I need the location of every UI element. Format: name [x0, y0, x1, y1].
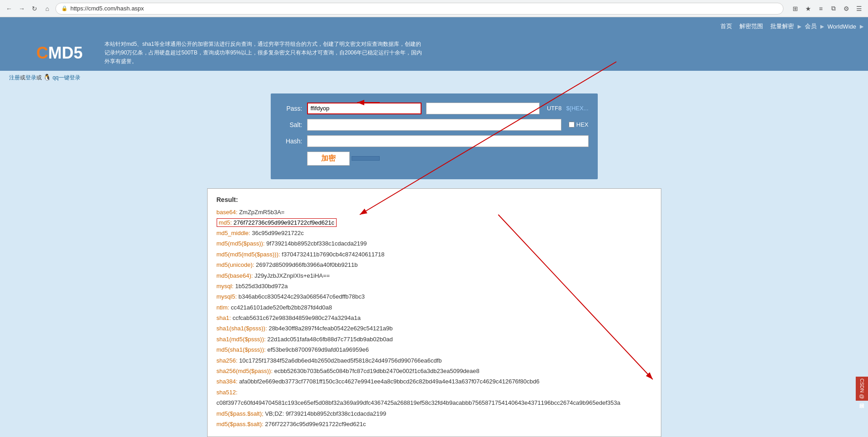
refresh-button[interactable]: ↻ — [30, 4, 39, 13]
site-description: 本站针对md5、sha1等全球通用公开的加密算法进行反向查询，通过穷举字符组合的… — [104, 40, 422, 66]
value-md5-md5-md5pass: f3704732411b7690cb4c874240611718 — [282, 251, 384, 258]
nav-decrypt-range[interactable]: 解密范围 — [736, 22, 767, 30]
value-sha384: afa0bbf2e669edb3773cf77081ff150c3cc4627e… — [239, 378, 539, 385]
extensions-icon[interactable]: ⊞ — [791, 4, 800, 13]
result-md5-md5-md5pass: md5(md5(md5($pass))): f3704732411b7690cb… — [217, 249, 652, 260]
hash-input[interactable] — [307, 135, 589, 147]
label-sha1: sha1: — [217, 314, 231, 321]
label-md5-pass-salt: md5($pass.$salt); — [217, 410, 263, 417]
label-md5-pass-salt-2: md5($pass.$salt): — [217, 421, 263, 427]
utf8-label: UTF8 — [547, 105, 562, 112]
menu-icon[interactable]: ☰ — [854, 4, 863, 13]
result-title: Result: — [217, 196, 652, 203]
result-sha1: sha1: ccfcab5631c672e9838d4859e980c274a3… — [217, 313, 652, 323]
value-mysql: 1b525d3d30bd972a — [235, 283, 288, 290]
nav-home[interactable]: 首页 — [717, 22, 736, 30]
label-md5-sha1-psss: md5(sha1($psss)): — [217, 346, 266, 353]
value-md5: 276f722736c95d99e921722cf9ed621c — [233, 219, 334, 226]
home-button[interactable]: ⌂ — [43, 4, 52, 13]
salt-row: Salt: HEX — [280, 119, 589, 131]
result-mysql: mysql: 1b525d3d30bd972a — [217, 281, 652, 291]
logo-c: C — [36, 44, 48, 62]
value-md5-md5pass: 9f739214bb8952cbf338c1cdacda2199 — [266, 240, 367, 247]
value-md5-pass-salt-2: 276f722736c95d99e921722cf9ed621c — [265, 421, 366, 427]
value-sha256: 10c1725f17384f52a6db6ed4b2650d2baed5f581… — [239, 357, 441, 364]
address-bar[interactable]: 🔒 https://cmd5.com/hash.aspx — [55, 3, 784, 15]
hash-label: Hash: — [280, 137, 303, 145]
qq-login-link[interactable]: qq一键登录 — [53, 74, 80, 81]
button-row: 加密 — [280, 152, 589, 166]
label-sha384: sha384: — [217, 378, 238, 385]
pass-input[interactable] — [307, 103, 422, 114]
site-header: CMD5 本站针对md5、sha1等全球通用公开的加密算法进行反向查询，通过穷举… — [0, 35, 868, 71]
result-sha1-sha1-psss: sha1(sha1($psss)): 28b4e30ff8a2897f4cfea… — [217, 323, 652, 334]
value-sha512: c08f3977c60fd494704581c193ce65ef5d08bf32… — [217, 399, 620, 406]
label-md5-middle: md5_middle: — [217, 230, 250, 236]
label-md5-base64: md5(base64): — [217, 272, 253, 279]
encrypt-button-2[interactable] — [352, 156, 380, 161]
result-panel: Result: base64: ZmZpZmR5b3A= md5: 276f72… — [207, 188, 661, 437]
result-md5-md5pass: md5(md5($pass)): 9f739214bb8952cbf338c1c… — [217, 238, 652, 249]
bookmark-icon[interactable]: ★ — [804, 4, 813, 13]
back-button[interactable]: ← — [5, 4, 14, 13]
result-md5-middle: md5_middle: 36c95d99e921722c — [217, 228, 652, 238]
salt-label: Salt: — [280, 121, 303, 128]
label-sha512: sha512: — [217, 389, 238, 396]
result-md5-pass-salt: md5($pass.$salt); VB;DZ: 9f739214bb8952c… — [217, 408, 652, 419]
worldwide-arrow: ▶ — [860, 24, 863, 29]
result-sha256: sha256: 10c1725f17384f52a6db6ed4b2650d2b… — [217, 355, 652, 366]
result-ntlm: ntlm: cc421a6101ade520efb2bb287fd4d0a8 — [217, 302, 652, 313]
tab-icon[interactable]: ⧉ — [829, 4, 838, 13]
register-link[interactable]: 注册 — [9, 74, 20, 81]
login-link[interactable]: 登录 — [25, 74, 36, 81]
main-content: Pass: UTF8 ${HEX... Salt: HEX Hash: 加密 — [0, 84, 868, 437]
reading-list-icon[interactable]: ≡ — [816, 4, 825, 13]
hex-checkbox[interactable] — [569, 122, 575, 128]
label-ntlm: ntlm: — [217, 304, 229, 311]
qq-icon: 🐧 — [43, 74, 51, 81]
encrypt-button[interactable]: 加密 — [307, 152, 350, 166]
result-base64: base64: ZmZpZmR5b3A= — [217, 207, 652, 217]
label-sha256: sha256: — [217, 357, 238, 364]
hex-link[interactable]: ${HEX... — [566, 105, 588, 112]
salt-input[interactable] — [307, 119, 561, 131]
browser-chrome: ← → ↻ ⌂ 🔒 https://cmd5.com/hash.aspx ⊞ ★… — [0, 0, 868, 17]
form-panel: Pass: UTF8 ${HEX... Salt: HEX Hash: 加密 — [271, 93, 598, 179]
nav-worldwide[interactable]: WorldWide — [824, 23, 860, 30]
result-sha384: sha384: afa0bbf2e669edb3773cf77081ff150c… — [217, 376, 652, 387]
browser-toolbar: ⊞ ★ ≡ ⧉ ⚙ ☰ — [791, 4, 863, 13]
settings-icon[interactable]: ⚙ — [842, 4, 851, 13]
pass-row: Pass: UTF8 ${HEX... — [280, 103, 589, 114]
label-md5-md5-md5pass: md5(md5(md5($pass))): — [217, 251, 280, 258]
label-md5-md5pass: md5(md5($pass)): — [217, 240, 265, 247]
value-ntlm: cc421a6101ade520efb2bb287fd4d0a8 — [231, 304, 332, 311]
value-base64: ZmZpZmR5b3A= — [239, 209, 284, 216]
value-md5-sha1-psss: ef53be9cb87009769d9afd01a96959e6 — [268, 346, 369, 353]
hex-option: HEX — [569, 121, 589, 128]
hash-row: Hash: — [280, 135, 589, 147]
nav-batch-decrypt[interactable]: 批量解密 — [767, 22, 798, 30]
forward-button[interactable]: → — [17, 4, 26, 13]
nav-member[interactable]: 会员 — [801, 22, 820, 30]
hex-label: HEX — [576, 121, 589, 128]
value-sha1: ccfcab5631c672e9838d4859e980c274a3294a1a — [233, 314, 361, 321]
lock-icon: 🔒 — [61, 5, 68, 11]
result-sha512-value: c08f3977c60fd494704581c193ce65ef5d08bf32… — [217, 398, 652, 408]
member-arrow: ▶ — [820, 24, 824, 29]
label-mysql5: mysql5: — [217, 293, 237, 300]
result-md5-base64: md5(base64): J29yJzbJXZnpIXIs+e1iHA== — [217, 270, 652, 281]
login-bar: 注册或登录或 🐧 qq一键登录 — [0, 71, 868, 84]
csdn-badge[interactable]: CSDN @山川绿水 — [856, 377, 868, 401]
result-md5-pass-salt-2: md5($pass.$salt): 276f722736c95d99e92172… — [217, 419, 652, 429]
site-logo: CMD5 — [36, 44, 95, 63]
pass-input-extra[interactable] — [426, 103, 540, 114]
value-sha1-sha1-psss: 28b4e30ff8a2897f4cfeab05422e629c54121a9b — [268, 325, 392, 332]
value-md5-middle: 36c95d99e921722c — [252, 230, 304, 236]
label-sha256-md5-pass: sha256(md5($pass)): — [217, 368, 273, 374]
label-md5: md5: — [219, 219, 232, 226]
batch-arrow: ▶ — [798, 24, 801, 29]
value-mysql5: b346ab6cc8305424c293a0685647c6edffb78bc3 — [238, 293, 365, 300]
result-sha256-md5-pass: sha256(md5($pass)): ecbb52630b703b5a65c0… — [217, 366, 652, 376]
pass-label: Pass: — [280, 105, 303, 112]
value-md5-pass-salt: VB;DZ: 9f739214bb8952cbf338c1cdacda2199 — [265, 410, 386, 417]
